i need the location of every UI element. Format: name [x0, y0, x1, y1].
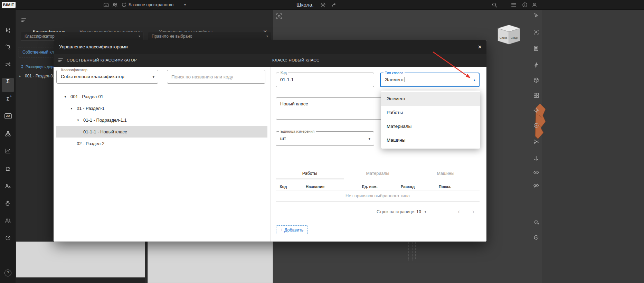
- route-icon[interactable]: [0, 44, 16, 50]
- panel-menu-icon[interactable]: [21, 17, 27, 23]
- dialog-header: Управление классификаторами ×: [54, 40, 486, 54]
- rule-filter-select[interactable]: Правило не выбрано ▾: [148, 32, 271, 41]
- clipboard-icon[interactable]: [531, 45, 541, 51]
- sync-icon[interactable]: [121, 2, 127, 8]
- caret-down-icon[interactable]: ▾: [368, 136, 370, 141]
- dialog-subheader: СОБСТВЕННЫЙ КЛАССИФИКАТОР КЛАСС: НОВЫЙ К…: [54, 54, 486, 67]
- caret-down-icon[interactable]: ▾: [152, 75, 154, 79]
- users-icon[interactable]: [0, 217, 16, 224]
- gauge-icon[interactable]: [0, 235, 16, 241]
- tab-machines[interactable]: Машины: [411, 168, 480, 179]
- add-binding-button[interactable]: +Добавить: [276, 225, 308, 234]
- user-account-icon[interactable]: [531, 2, 538, 8]
- settings-gear-icon[interactable]: [320, 2, 326, 8]
- model-scaffold-lines: [407, 242, 417, 262]
- bindings-tabs: Работы Материалы Машины: [276, 168, 480, 179]
- eye-off-icon[interactable]: [531, 182, 541, 189]
- box-3d-icon[interactable]: [531, 77, 541, 83]
- 2d-view-icon[interactable]: 2D: [0, 113, 16, 119]
- tab-materials[interactable]: Материалы: [344, 168, 412, 179]
- section-cut-icon[interactable]: [531, 139, 541, 145]
- plus-icon: +: [281, 227, 283, 233]
- cursor-icon[interactable]: [531, 12, 541, 19]
- caret-down-icon[interactable]: ▾: [425, 207, 426, 217]
- caret-down-icon[interactable]: ▾: [76, 118, 80, 122]
- column-header-display: Показ.: [439, 185, 452, 189]
- class-type-menu: Элемент Работы Материалы Машины: [381, 91, 480, 149]
- classifier-filter-select[interactable]: Классификатор ▾: [21, 32, 143, 41]
- info-icon[interactable]: [522, 2, 528, 8]
- menu-option-materials[interactable]: Материалы: [381, 120, 480, 133]
- team-icon[interactable]: [112, 2, 118, 8]
- caret-up-icon[interactable]: ▴: [473, 78, 475, 82]
- axes-icon[interactable]: [531, 155, 541, 161]
- tab-works[interactable]: Работы: [276, 168, 344, 179]
- user-settings-icon[interactable]: [0, 183, 16, 189]
- rows-per-page-select[interactable]: 10: [416, 207, 421, 217]
- space-selector[interactable]: Базовое пространство: [129, 0, 173, 10]
- tree-node-label: 001 - Раздел-01: [70, 94, 103, 99]
- column-header-unit: Ед. изм.: [362, 185, 378, 189]
- menu-option-machines[interactable]: Машины: [381, 133, 480, 147]
- navigation-cube[interactable]: Слева Сзади: [497, 24, 521, 45]
- bottom-left-panel: [16, 242, 145, 277]
- dialog-divider: [270, 67, 271, 242]
- right-side-panel: [542, 10, 644, 283]
- cube-face-left-label[interactable]: Слева: [500, 36, 508, 39]
- rows-per-page-label: Строк на странице:: [377, 207, 415, 217]
- lightning-icon[interactable]: [531, 62, 541, 68]
- shuffle-icon[interactable]: [0, 61, 16, 67]
- class-header: КЛАСС: НОВЫЙ КЛАСС: [272, 54, 320, 67]
- menu-option-element[interactable]: Элемент: [381, 92, 480, 106]
- class-type-select[interactable]: Тип класса Элемент ▴: [380, 73, 480, 87]
- dialog-close-icon[interactable]: ×: [478, 40, 482, 54]
- caret-right-icon[interactable]: ▸: [19, 74, 23, 78]
- menu-list-icon[interactable]: [511, 2, 517, 8]
- tree-node[interactable]: ▾ 01-1 - Подраздел-1.1: [56, 114, 267, 126]
- tree-node[interactable]: ▾ 001 - Раздел-01: [56, 91, 267, 102]
- svg-text:P: P: [535, 124, 537, 127]
- section-box-icon[interactable]: [531, 234, 541, 240]
- share-icon[interactable]: [331, 2, 337, 8]
- list-icon[interactable]: [58, 57, 64, 63]
- search-input[interactable]: [167, 70, 265, 84]
- sigma-icon[interactable]: Σ: [0, 78, 16, 85]
- code-field[interactable]: Код 01-1-1: [276, 73, 374, 87]
- frame-icon[interactable]: [531, 29, 541, 35]
- tree-node[interactable]: ▾ 01 - Раздел-1: [56, 102, 267, 114]
- unit-select[interactable]: Единица измерения шт ▾: [276, 131, 374, 146]
- caret-down-icon[interactable]: ▾: [63, 95, 68, 98]
- help-button[interactable]: ?: [4, 270, 11, 276]
- caret-down-icon: ▾: [139, 32, 140, 40]
- viewport-frame-select-icon[interactable]: [275, 12, 283, 20]
- cube-face-back-label[interactable]: Сзади: [511, 36, 518, 39]
- bimit-app: Слева Сзади BIMIT Базовое пространство ▾…: [0, 0, 644, 283]
- grid-icon[interactable]: [531, 92, 541, 98]
- caret-down-icon: ▾: [266, 32, 268, 40]
- tree-node[interactable]: 02 - Раздел-2: [56, 138, 267, 149]
- workspace-box-icon[interactable]: [103, 2, 109, 8]
- panel-tree-node[interactable]: ▸ 001 - Раздел-01: [19, 73, 55, 79]
- target-icon[interactable]: [531, 107, 541, 113]
- sigma-plus-icon[interactable]: Σ+: [0, 96, 16, 102]
- caret-down-icon[interactable]: ▾: [69, 106, 74, 110]
- menu-option-works[interactable]: Работы: [381, 106, 480, 120]
- hand-icon[interactable]: [0, 200, 16, 206]
- bottom-center-panel: [148, 242, 273, 283]
- classifier-select[interactable]: Классификатор Собственный классификатор …: [56, 70, 158, 84]
- paint-icon[interactable]: [531, 219, 541, 225]
- topbar: BIMIT Базовое пространство ▾ Школа.: [0, 0, 644, 10]
- puzzle-icon[interactable]: [0, 165, 16, 171]
- eye-icon[interactable]: [531, 169, 541, 176]
- hierarchy-icon[interactable]: [0, 131, 16, 137]
- next-page-button[interactable]: ›: [472, 207, 474, 217]
- search-icon[interactable]: [491, 2, 498, 8]
- chart-icon[interactable]: [0, 148, 16, 154]
- structure-tree-icon[interactable]: [0, 27, 16, 33]
- previous-page-button[interactable]: ‹: [458, 207, 460, 217]
- column-header-consumption: Расход: [401, 185, 415, 189]
- tree-node-selected[interactable]: 01-1-1 - Новый класс: [56, 126, 267, 138]
- project-title: Школа.: [296, 0, 314, 10]
- p-circle-icon[interactable]: P: [531, 122, 541, 129]
- space-selector-caret-icon[interactable]: ▾: [184, 0, 186, 10]
